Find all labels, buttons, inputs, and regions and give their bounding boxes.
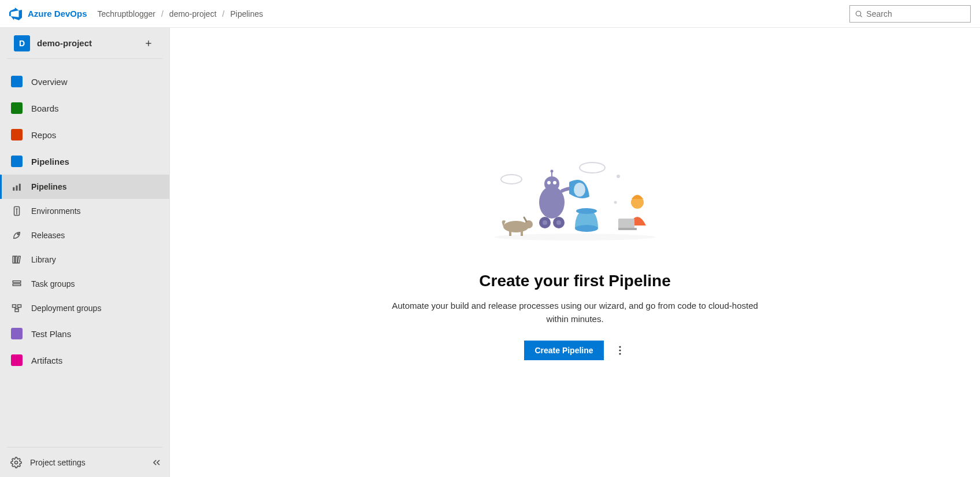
create-pipeline-button[interactable]: Create Pipeline	[524, 341, 603, 360]
svg-point-27	[544, 176, 559, 191]
svg-point-38	[576, 208, 597, 214]
more-vertical-icon	[619, 346, 621, 355]
svg-rect-45	[618, 228, 637, 230]
testplans-icon	[10, 327, 23, 340]
cta-row: Create Pipeline	[390, 341, 760, 360]
gear-icon	[10, 457, 22, 468]
sidebar-subitem-taskgroups[interactable]: Task groups	[0, 272, 169, 296]
svg-rect-11	[13, 256, 14, 263]
empty-state-title: Create your first Pipeline	[390, 272, 760, 290]
sidebar-subitem-pipelines[interactable]: Pipelines	[0, 175, 169, 199]
azure-devops-logo-icon[interactable]	[9, 8, 22, 20]
svg-rect-6	[19, 184, 21, 191]
brand-label[interactable]: Azure DevOps	[28, 9, 87, 19]
plus-icon	[144, 39, 153, 48]
svg-point-48	[619, 349, 621, 351]
svg-rect-5	[16, 186, 18, 191]
svg-point-46	[494, 234, 656, 241]
sidebar-footer: Project settings	[7, 447, 162, 477]
chevron-double-left-icon	[151, 457, 162, 468]
svg-rect-17	[18, 305, 21, 308]
sidebar-subitem-deploymentgroups[interactable]: Deployment groups	[0, 296, 169, 320]
breadcrumb-sep: /	[222, 9, 225, 19]
breadcrumb-sep: /	[161, 9, 164, 19]
more-options-button[interactable]	[614, 342, 626, 359]
sidebar-nav: Overview Boards Repos Pipelines Pipeline…	[0, 59, 169, 447]
header: Azure DevOps Techruptblogger / demo-proj…	[0, 0, 980, 28]
collapse-sidebar-button[interactable]	[151, 457, 162, 468]
svg-point-49	[619, 353, 621, 354]
svg-line-1	[860, 15, 862, 17]
sidebar-item-overview[interactable]: Overview	[0, 68, 169, 95]
svg-point-29	[553, 181, 556, 184]
project-avatar[interactable]: D	[14, 35, 30, 51]
repos-icon	[10, 128, 23, 141]
header-left: Azure DevOps Techruptblogger / demo-proj…	[9, 8, 263, 20]
search-box[interactable]	[849, 5, 971, 23]
sidebar-subitem-library[interactable]: Library	[0, 247, 169, 272]
svg-rect-16	[13, 305, 16, 308]
svg-rect-44	[618, 219, 634, 229]
new-item-button[interactable]	[142, 36, 155, 50]
pipeline-illustration	[488, 156, 662, 260]
empty-state: Create your first Pipeline Automate your…	[390, 156, 760, 360]
svg-rect-14	[13, 281, 21, 283]
breadcrumb-project[interactable]: demo-project	[169, 9, 217, 19]
svg-rect-15	[13, 284, 21, 286]
svg-point-37	[575, 225, 598, 232]
svg-point-25	[614, 201, 617, 204]
sidebar: D demo-project Overview Boards Repos Pip…	[0, 28, 170, 477]
breadcrumb-org[interactable]: Techruptblogger	[98, 9, 155, 19]
sidebar-item-repos[interactable]: Repos	[0, 121, 169, 148]
project-settings-link[interactable]: Project settings	[30, 458, 86, 467]
search-input[interactable]	[866, 9, 966, 19]
sidebar-item-artifacts[interactable]: Artifacts	[0, 347, 169, 374]
sidebar-item-label: Artifacts	[31, 356, 62, 365]
svg-point-35	[543, 220, 547, 225]
sidebar-item-label: Pipelines	[31, 157, 69, 167]
sidebar-item-testplans[interactable]: Test Plans	[0, 320, 169, 347]
sidebar-item-label: Repos	[31, 130, 56, 140]
sidebar-subitem-label: Pipelines	[31, 182, 66, 191]
svg-point-47	[619, 346, 621, 347]
sidebar-subitem-releases[interactable]: Releases	[0, 223, 169, 247]
sidebar-item-label: Test Plans	[31, 329, 71, 339]
taskgroups-icon	[10, 278, 23, 290]
sidebar-subitem-label: Task groups	[31, 279, 75, 289]
svg-rect-12	[16, 256, 17, 263]
svg-point-24	[617, 175, 620, 178]
empty-state-subtitle: Automate your build and release processe…	[390, 299, 760, 326]
svg-point-32	[574, 183, 585, 197]
releases-icon	[10, 229, 23, 242]
breadcrumb: Techruptblogger / demo-project / Pipelin…	[98, 9, 263, 19]
boards-icon	[10, 102, 23, 114]
breadcrumb-page[interactable]: Pipelines	[230, 9, 263, 19]
search-icon	[855, 9, 863, 19]
overview-icon	[10, 75, 23, 88]
library-icon	[10, 253, 23, 266]
svg-rect-4	[13, 187, 14, 191]
svg-rect-13	[17, 256, 20, 263]
environments-icon	[10, 205, 23, 217]
svg-point-31	[551, 170, 554, 173]
sidebar-subitem-label: Environments	[31, 206, 81, 216]
artifacts-icon	[10, 354, 23, 367]
svg-point-10	[17, 234, 18, 235]
sidebar-subitem-label: Library	[31, 255, 56, 264]
sidebar-item-pipelines[interactable]: Pipelines	[0, 148, 169, 175]
project-name[interactable]: demo-project	[37, 38, 142, 48]
sidebar-subitem-label: Releases	[31, 231, 65, 240]
svg-point-21	[15, 461, 18, 464]
deploymentgroups-icon	[10, 302, 23, 315]
svg-rect-18	[15, 309, 18, 312]
pipelines-sub-icon	[10, 180, 23, 193]
svg-point-23	[580, 162, 605, 173]
svg-point-22	[501, 175, 522, 184]
sidebar-subitem-environments[interactable]: Environments	[0, 199, 169, 223]
sidebar-item-boards[interactable]: Boards	[0, 95, 169, 121]
main-content: Create your first Pipeline Automate your…	[170, 28, 980, 477]
svg-point-36	[556, 220, 561, 225]
svg-point-39	[503, 221, 529, 232]
sidebar-item-label: Boards	[31, 103, 59, 113]
sidebar-subitem-label: Deployment groups	[31, 304, 101, 313]
